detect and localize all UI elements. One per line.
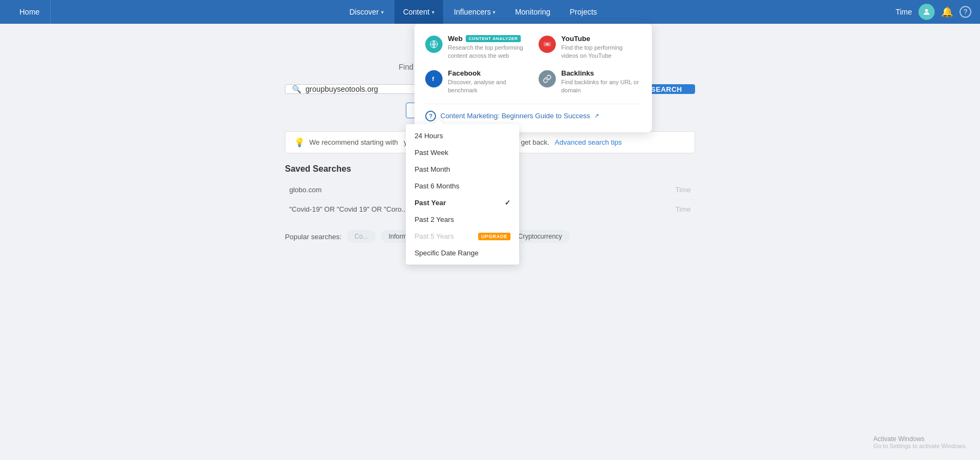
upgrade-badge: UPGRADE	[478, 233, 511, 240]
time-option-past-week[interactable]: Past Week	[406, 144, 519, 161]
discover-chevron-icon: ▾	[381, 9, 384, 15]
search-icon: 🔍	[292, 85, 301, 93]
help-icon[interactable]: ?	[959, 6, 971, 18]
footer-help-icon: ?	[425, 111, 436, 121]
bulb-icon: 💡	[294, 137, 305, 147]
content-chevron-icon: ▾	[432, 9, 434, 15]
nav-projects[interactable]: Projects	[561, 0, 606, 24]
navbar: Home Discover ▾ Content ▾ Influencers ▾ …	[0, 0, 980, 24]
dropdown-item-web[interactable]: Web CONTENT ANALYZER Research the top pe…	[425, 35, 528, 60]
backlinks-icon	[539, 70, 556, 87]
saved-time-1: Time	[630, 180, 695, 200]
nav-items: Discover ▾ Content ▾ Influencers ▾ Monit…	[51, 0, 895, 24]
svg-text:f: f	[432, 76, 434, 82]
popular-tag-0[interactable]: Co...	[347, 230, 376, 243]
content-dropdown: Web CONTENT ANALYZER Research the top pe…	[414, 24, 652, 132]
time-option-past-month[interactable]: Past Month	[406, 161, 519, 178]
footer-link[interactable]: Content Marketing: Beginners Guide to Su…	[440, 112, 590, 120]
dropdown-footer: ? Content Marketing: Beginners Guide to …	[425, 104, 641, 121]
avatar[interactable]	[918, 4, 935, 20]
check-icon: ✓	[505, 199, 511, 207]
time-label[interactable]: Time	[895, 8, 912, 16]
nav-discover[interactable]: Discover ▾	[341, 0, 392, 24]
advanced-search-tips-link[interactable]: Advanced search tips	[555, 138, 622, 146]
influencers-chevron-icon: ▾	[493, 9, 495, 15]
popular-label: Popular searches:	[285, 233, 342, 241]
external-link-icon: ↗	[594, 112, 599, 119]
svg-point-0	[925, 9, 928, 12]
content-dropdown-grid: Web CONTENT ANALYZER Research the top pe…	[425, 35, 641, 95]
web-icon	[425, 36, 443, 53]
time-option-24h[interactable]: 24 Hours	[406, 127, 519, 144]
dropdown-item-youtube[interactable]: YouTube Find the top performing videos o…	[539, 35, 641, 60]
nav-home[interactable]: Home	[9, 0, 51, 24]
nav-content[interactable]: Content ▾	[394, 0, 443, 24]
time-option-past-6-months[interactable]: Past 6 Months	[406, 178, 519, 194]
dropdown-item-facebook[interactable]: f Facebook Discover, analyse and benchma…	[425, 69, 528, 95]
nav-monitoring[interactable]: Monitoring	[506, 0, 559, 24]
time-option-past-year[interactable]: Past Year ✓	[406, 194, 519, 211]
time-option-past-5-years[interactable]: Past 5 Years UPGRADE	[406, 228, 519, 245]
time-dropdown: 24 Hours Past Week Past Month Past 6 Mon…	[406, 124, 519, 265]
time-option-specific-date[interactable]: Specific Date Range	[406, 245, 519, 261]
nav-influencers[interactable]: Influencers ▾	[445, 0, 504, 24]
time-option-past-2-years[interactable]: Past 2 Years	[406, 211, 519, 228]
facebook-icon: f	[425, 70, 443, 87]
bell-icon[interactable]: 🔔	[941, 6, 953, 18]
windows-watermark: Activate Windows Go to Settings to activ…	[873, 435, 967, 449]
dropdown-item-backlinks[interactable]: Backlinks Find backlinks for any URL or …	[539, 69, 641, 95]
content-analyzer-badge: CONTENT ANALYZER	[466, 35, 520, 42]
saved-time-2: Time	[630, 200, 695, 219]
popular-tag-3[interactable]: Cryptocurrency	[511, 230, 569, 243]
nav-right: Time 🔔 ?	[895, 4, 971, 20]
youtube-icon	[539, 36, 556, 53]
